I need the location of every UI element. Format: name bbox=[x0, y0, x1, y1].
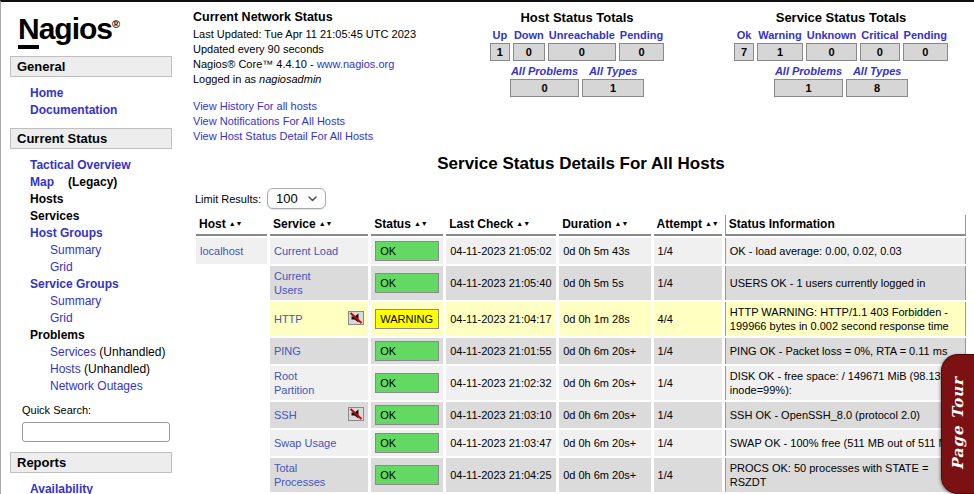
status-information-cell: USERS OK - 1 users currently logged in bbox=[725, 266, 966, 300]
sidebar-section-reports: Reports bbox=[10, 452, 172, 473]
service-totals-count-ok[interactable]: 7 bbox=[734, 43, 754, 61]
sort-arrows-status[interactable]: ▲▼ bbox=[414, 220, 428, 227]
last-updated: Last Updated: Tue Apr 11 21:05:45 UTC 20… bbox=[193, 27, 455, 42]
status-badge: WARNING bbox=[375, 309, 439, 329]
host-totals-summary-count-all-problems[interactable]: 0 bbox=[510, 79, 579, 97]
sort-arrows-duration[interactable]: ▲▼ bbox=[615, 220, 629, 227]
service-cell: Current Users bbox=[270, 266, 368, 300]
service-link-swap-usage[interactable]: Swap Usage bbox=[274, 436, 336, 450]
sidebar-item-host-groups[interactable]: Host Groups bbox=[30, 225, 183, 241]
quick-search: Quick Search: bbox=[22, 404, 183, 442]
service-totals-count-pending[interactable]: 0 bbox=[903, 43, 948, 61]
service-link-http[interactable]: HTTP bbox=[274, 312, 303, 326]
service-totals-summary-header-all-problems[interactable]: All Problems bbox=[774, 65, 843, 77]
sidebar-item-problems: Problems bbox=[30, 327, 183, 343]
status-badge: OK bbox=[375, 373, 439, 393]
sidebar-item-service-groups[interactable]: Service Groups bbox=[30, 276, 183, 292]
sidebar-item-services[interactable]: Services bbox=[30, 208, 183, 224]
quick-search-input[interactable] bbox=[22, 422, 170, 442]
host-totals-header-down[interactable]: Down bbox=[513, 29, 545, 41]
quick-link-view-notifications-for-all-hosts[interactable]: View Notifications For All Hosts bbox=[193, 114, 455, 129]
sidebar-item-summary[interactable]: Summary bbox=[50, 293, 183, 309]
service-link-current-users[interactable]: Current Users bbox=[274, 269, 340, 297]
chevron-down-icon bbox=[308, 196, 317, 202]
host-totals-count-unreachable[interactable]: 0 bbox=[548, 43, 616, 61]
sidebar-item-home[interactable]: Home bbox=[30, 85, 183, 101]
service-link-ssh[interactable]: SSH bbox=[274, 408, 297, 422]
sidebar: Nagios® GeneralHomeDocumentationCurrent … bbox=[1, 2, 183, 494]
host-cell bbox=[196, 402, 267, 428]
nagios-logo[interactable]: Nagios® bbox=[18, 12, 183, 46]
quick-link-view-host-status-detail-for-all-hosts[interactable]: View Host Status Detail For All Hosts bbox=[193, 129, 455, 144]
service-totals-count-warning[interactable]: 1 bbox=[757, 43, 803, 61]
sidebar-item-tactical-overview[interactable]: Tactical Overview bbox=[30, 157, 183, 173]
service-link-current-load[interactable]: Current Load bbox=[274, 244, 338, 258]
current-network-status: Current Network Status Last Updated: Tue… bbox=[193, 10, 455, 144]
service-totals-header-ok[interactable]: Ok bbox=[734, 29, 754, 41]
service-link-root-partition[interactable]: Root Partition bbox=[274, 369, 340, 397]
logged-in-line: Logged in as nagiosadmin bbox=[193, 72, 455, 87]
sidebar-item-hosts[interactable]: Hosts bbox=[30, 191, 183, 207]
sidebar-items: Tactical OverviewMap(Legacy)HostsService… bbox=[30, 157, 183, 394]
service-totals-summary: All ProblemsAll Types18 bbox=[771, 63, 911, 99]
quick-link-view-history-for-all-hosts[interactable]: View History For all hosts bbox=[193, 99, 455, 114]
service-totals-count-critical[interactable]: 0 bbox=[860, 43, 899, 61]
sidebar-item-availability[interactable]: Availability bbox=[30, 481, 183, 494]
last-check-cell: 04-11-2023 21:03:47 bbox=[446, 430, 556, 456]
sort-arrows-last-check[interactable]: ▲▼ bbox=[516, 220, 530, 227]
host-totals-header-unreachable[interactable]: Unreachable bbox=[548, 29, 616, 41]
host-totals-count-down[interactable]: 0 bbox=[513, 43, 545, 61]
service-totals-header-pending[interactable]: Pending bbox=[903, 29, 948, 41]
service-totals-count-unknown[interactable]: 0 bbox=[806, 43, 858, 61]
limit-results-select[interactable]: 100 bbox=[267, 188, 326, 209]
column-header-last-check: Last Check▲▼ bbox=[446, 215, 556, 236]
host-cell: localhost bbox=[196, 238, 267, 264]
service-totals-summary-count-all-problems[interactable]: 1 bbox=[774, 79, 843, 97]
host-totals-header-up[interactable]: Up bbox=[490, 29, 510, 41]
attempt-cell: 1/4 bbox=[654, 430, 722, 456]
service-totals-summary-header-all-types[interactable]: All Types bbox=[846, 65, 908, 77]
last-check-cell: 04-11-2023 21:02:32 bbox=[446, 366, 556, 400]
duration-cell: 0d 0h 6m 20s+ bbox=[559, 458, 650, 492]
notifications-disabled-icon bbox=[348, 311, 364, 327]
last-check-cell: 04-11-2023 21:01:55 bbox=[446, 338, 556, 364]
host-link-localhost[interactable]: localhost bbox=[200, 245, 243, 257]
host-totals-summary: All ProblemsAll Types01 bbox=[507, 63, 647, 99]
host-totals-header-pending[interactable]: Pending bbox=[619, 29, 664, 41]
service-totals-header-unknown[interactable]: Unknown bbox=[806, 29, 858, 41]
status-cell: OK bbox=[371, 238, 443, 264]
sort-arrows-host[interactable]: ▲▼ bbox=[229, 220, 243, 227]
host-totals-count-up[interactable]: 1 bbox=[490, 43, 510, 61]
sidebar-item-services-unhandled[interactable]: Services (Unhandled) bbox=[50, 344, 183, 360]
sidebar-item-grid[interactable]: Grid bbox=[50, 259, 183, 275]
column-header-status: Status▲▼ bbox=[371, 215, 443, 236]
sidebar-item-documentation[interactable]: Documentation bbox=[30, 102, 183, 118]
service-totals-header-critical[interactable]: Critical bbox=[860, 29, 899, 41]
service-totals-header-warning[interactable]: Warning bbox=[757, 29, 803, 41]
status-information-cell: HTTP WARNING: HTTP/1.1 403 Forbidden - 1… bbox=[725, 302, 966, 336]
status-badge: OK bbox=[375, 273, 439, 293]
column-header-attempt: Attempt▲▼ bbox=[654, 215, 722, 236]
service-row: Swap UsageOK04-11-2023 21:03:470d 0h 6m … bbox=[196, 430, 966, 456]
sort-arrows-service[interactable]: ▲▼ bbox=[319, 220, 333, 227]
page-tour-button[interactable]: Page Tour bbox=[941, 354, 974, 494]
sidebar-item-grid[interactable]: Grid bbox=[50, 310, 183, 326]
host-totals-count-pending[interactable]: 0 bbox=[619, 43, 664, 61]
sort-arrows-attempt[interactable]: ▲▼ bbox=[705, 220, 719, 227]
sidebar-item-hosts-unhandled[interactable]: Hosts (Unhandled) bbox=[50, 361, 183, 377]
service-link-ping[interactable]: PING bbox=[274, 344, 301, 358]
sidebar-item-summary[interactable]: Summary bbox=[50, 242, 183, 258]
service-row: Current UsersOK04-11-2023 21:05:400d 0h … bbox=[196, 266, 966, 300]
duration-cell: 0d 0h 6m 20s+ bbox=[559, 402, 650, 428]
host-totals-summary-header-all-types[interactable]: All Types bbox=[582, 65, 644, 77]
status-information-cell: SWAP OK - 100% free (511 MB out of 511 M… bbox=[725, 430, 966, 456]
sidebar-item-map-legacy[interactable]: Map(Legacy) bbox=[30, 174, 183, 190]
service-row: localhostCurrent LoadOK04-11-2023 21:05:… bbox=[196, 238, 966, 264]
host-totals-summary-header-all-problems[interactable]: All Problems bbox=[510, 65, 579, 77]
nagios-org-link[interactable]: www.nagios.org bbox=[317, 58, 395, 70]
host-totals-summary-count-all-types[interactable]: 1 bbox=[582, 79, 644, 97]
service-totals-summary-count-all-types[interactable]: 8 bbox=[846, 79, 908, 97]
service-link-total-processes[interactable]: Total Processes bbox=[274, 461, 340, 489]
sidebar-item-network-outages[interactable]: Network Outages bbox=[50, 378, 183, 394]
notifications-disabled-icon bbox=[348, 407, 364, 423]
